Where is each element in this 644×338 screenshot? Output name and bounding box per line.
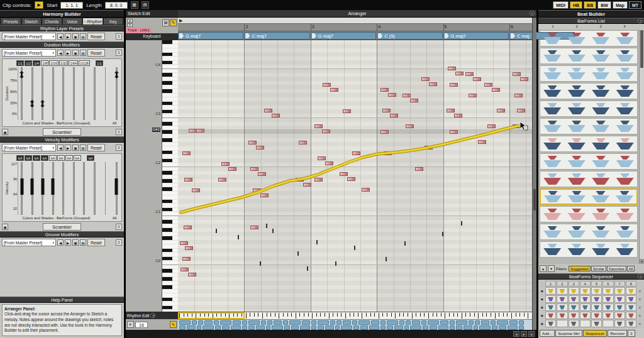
rhythm-block[interactable] [438, 325, 448, 330]
slider-handle[interactable] [40, 100, 45, 107]
modifier-slider[interactable] [62, 162, 64, 215]
modifier-slider[interactable] [94, 162, 96, 215]
rhythm-block[interactable] [261, 320, 266, 325]
length-value-field[interactable]: 8. 0. 0 [105, 2, 128, 9]
rhythm-block[interactable] [233, 320, 241, 325]
sequencer-cell[interactable] [614, 320, 625, 327]
chord-block[interactable]: G maj7 [311, 32, 376, 40]
rhythm-block[interactable] [474, 325, 478, 330]
melody-note[interactable] [228, 167, 236, 171]
rhythm-block[interactable] [300, 325, 310, 330]
rhythm-block[interactable] [440, 320, 448, 325]
rhythm-block[interactable] [380, 320, 386, 325]
modifier-badge[interactable]: bA [33, 155, 40, 161]
prev-preset-button[interactable]: ◀ [57, 239, 64, 246]
modifier-slider[interactable] [73, 162, 75, 215]
rhythm-block[interactable] [318, 325, 324, 330]
sequencer-cell[interactable] [545, 303, 556, 311]
melody-note[interactable] [425, 146, 433, 150]
tab-sketch[interactable]: Sketch [21, 18, 42, 25]
rhythm-block[interactable] [358, 320, 370, 325]
scramble-button[interactable]: Scramble! [43, 223, 81, 231]
rhythm-block[interactable] [289, 320, 301, 325]
preset-select[interactable]: [From Master Preset]▾ [2, 144, 56, 151]
load-preset-button[interactable]: ▤ [80, 50, 86, 56]
melody-note[interactable] [314, 124, 323, 128]
reset-button[interactable]: Reset [87, 239, 105, 246]
melody-note[interactable] [272, 114, 280, 117]
melody-note[interactable] [455, 72, 464, 75]
sequencer-cell[interactable] [626, 312, 636, 319]
modifier-slider[interactable] [21, 67, 23, 120]
modifier-badge[interactable]: 1/64 [69, 60, 78, 66]
rhythm-block[interactable] [231, 325, 241, 330]
next-preset-button[interactable]: ▶ [65, 33, 71, 40]
chord-block[interactable]: C maj7 [244, 32, 309, 40]
prev-preset-button[interactable]: ◀ [57, 50, 64, 56]
sequencer-cell[interactable] [545, 320, 556, 327]
rhythm-block[interactable] [197, 325, 201, 330]
melody-note[interactable] [384, 151, 392, 155]
grid-icon[interactable]: ▦ [131, 1, 138, 9]
sequencer-cell[interactable] [626, 303, 636, 311]
melody-note[interactable] [406, 124, 414, 128]
rhythm-block[interactable] [353, 325, 359, 330]
rhythm-block[interactable] [272, 325, 283, 330]
arranger-grid[interactable] [178, 40, 532, 312]
reset-button[interactable]: Reset [87, 49, 105, 57]
chord-block[interactable]: G maj7 [178, 32, 243, 40]
slider-handle[interactable] [30, 100, 35, 107]
modifier-slider[interactable] [62, 67, 64, 120]
sequencer-cell[interactable] [626, 320, 636, 327]
rhythm-block[interactable] [394, 325, 403, 330]
rhythm-block[interactable] [456, 320, 467, 325]
melody-note[interactable] [429, 82, 437, 86]
filter-all[interactable]: All [627, 266, 635, 271]
rhythm-block[interactable] [283, 320, 288, 325]
melody-note[interactable] [256, 146, 264, 150]
melody-note[interactable] [513, 72, 521, 76]
modifier-badge[interactable]: bA [74, 155, 81, 161]
rhythm-block[interactable] [360, 325, 368, 330]
rhythm-block[interactable] [387, 320, 398, 325]
reset-button[interactable]: Reset [87, 144, 105, 151]
melody-note[interactable] [450, 130, 458, 134]
modifier-slider[interactable] [42, 162, 43, 215]
scroll-right-button[interactable]: ▸ [521, 331, 527, 337]
chord-block[interactable]: C maj [509, 32, 575, 40]
barform-row[interactable] [540, 118, 638, 134]
melody-note[interactable] [264, 109, 272, 112]
rhythm-block[interactable] [475, 320, 480, 325]
melody-note[interactable] [497, 109, 505, 112]
sequencer-cell[interactable] [569, 303, 579, 311]
rhythm-block[interactable] [266, 325, 270, 330]
rhythm-block[interactable] [203, 325, 214, 330]
pencil-tool-button[interactable]: ✎ [170, 19, 177, 26]
sequencer-cell[interactable] [591, 303, 602, 311]
load-preset-button[interactable]: ▤ [80, 33, 86, 40]
rhythm-block[interactable] [242, 325, 247, 330]
rhythm-block-strip[interactable] [178, 319, 532, 330]
melody-note[interactable] [514, 94, 523, 97]
modifier-badge[interactable]: bA [41, 155, 48, 161]
barforms-scrollbar[interactable]: ▾ [639, 30, 644, 264]
rhythm-block[interactable] [220, 320, 231, 325]
rhythm-block[interactable] [336, 320, 341, 325]
button-add-[interactable]: Add... [540, 330, 555, 337]
sequencer-cell[interactable] [614, 295, 625, 303]
melody-note[interactable] [352, 151, 360, 155]
melody-note[interactable] [513, 124, 521, 128]
load-preset-button[interactable]: ▤ [80, 239, 86, 246]
help-icon[interactable]: ? [638, 274, 643, 279]
rhythm-block[interactable] [469, 320, 474, 325]
modifier-slider[interactable] [52, 67, 54, 120]
melody-note[interactable] [487, 124, 496, 128]
sequencer-cell[interactable] [569, 295, 579, 303]
melody-note[interactable] [184, 178, 192, 182]
melody-note[interactable] [314, 178, 323, 182]
filter-favorites[interactable]: Favorites [607, 266, 626, 271]
row-play-icon[interactable]: ▶ [540, 303, 545, 311]
rhythm-block[interactable] [430, 325, 437, 330]
melody-note[interactable] [296, 178, 304, 182]
rhythm-block[interactable] [335, 325, 340, 330]
